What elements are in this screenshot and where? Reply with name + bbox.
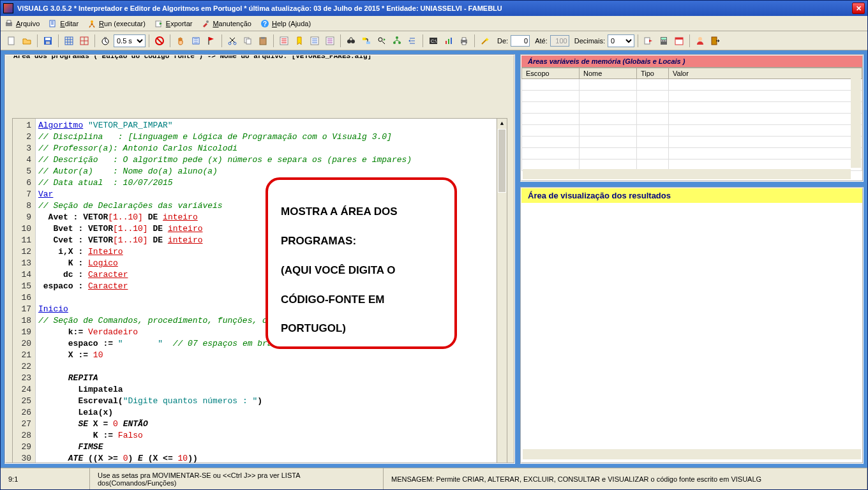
list-red-icon[interactable] [277,34,291,48]
decimais-select[interactable]: 0 [608,34,634,47]
code-editor[interactable]: 1 2 3 4 5 6 7 8 9 10 11 12 13 14 15 16 1… [12,118,507,464]
bookmark-icon[interactable] [292,34,306,48]
print-icon[interactable] [457,34,471,48]
table-row[interactable] [522,148,862,160]
kw-inicio: Inicio [38,304,68,314]
svg-point-32 [396,36,398,39]
tree-icon[interactable] [390,34,404,48]
code-area[interactable]: Algoritmo "VETOR_PAR_IMPAR" // Disciplin… [36,119,507,464]
kw-algoritmo: Algoritmo [38,121,83,130]
svg-rect-39 [451,38,452,44]
grid1-icon[interactable] [62,34,76,48]
vars-vscrollbar[interactable] [851,70,861,168]
cut-icon[interactable] [225,34,239,48]
code-column: Área dos programas ( Edição do código fo… [4,54,515,464]
user-icon[interactable] [693,34,707,48]
stop-icon[interactable] [153,34,167,48]
menu-help[interactable]: ? Help (Ajuda) [260,19,311,28]
table-row[interactable] [522,125,862,137]
calc-icon[interactable] [657,34,671,48]
algo-name: "VETOR_PAR_IMPAR" [88,121,173,130]
timer-select[interactable]: 0.5 s [114,34,146,47]
svg-rect-48 [665,40,666,41]
export-icon [154,19,163,28]
list-blue-icon[interactable] [308,34,322,48]
results-hscrollbar[interactable] [523,449,861,459]
list-purple-icon[interactable] [323,34,337,48]
col-nome[interactable]: Nome [580,68,637,79]
wand-icon[interactable] [478,34,492,48]
comment: // Seção de Declarações das variáveis [38,201,223,211]
replace-icon[interactable] [359,34,373,48]
code-vscrollbar[interactable]: ▲ ▼ [497,119,507,464]
titlebar: VISUALG 3.0.5.2 * Interpretador e Editor… [1,1,867,16]
table-row[interactable] [522,137,862,148]
open-file-icon[interactable] [20,34,34,48]
comment: // Professor(a): Antonio Carlos Nicolodi [38,144,237,153]
status-hint: Use as setas pra MOVIMENTAR-SE ou <<Ctrl… [90,468,384,489]
flag-icon[interactable] [204,34,218,48]
menu-arquivo[interactable]: Arquivo [4,19,40,28]
paste-icon[interactable] [256,34,270,48]
svg-rect-45 [661,38,666,40]
run-icon [87,19,96,28]
code-panel: Área dos programas ( Edição do código fo… [4,54,515,464]
save-file-icon[interactable] [41,34,55,48]
line-gutter: 1 2 3 4 5 6 7 8 9 10 11 12 13 14 15 16 1… [13,119,36,464]
binoculars-icon[interactable] [344,34,358,48]
comment: // Autor(a) : Nome do(a) aluno(a) [38,167,218,176]
ate-input[interactable] [550,35,569,47]
svg-rect-41 [462,38,466,40]
results-body [521,203,862,461]
grid2-icon[interactable] [77,34,91,48]
svg-rect-46 [661,40,662,41]
table-row[interactable] [522,91,862,102]
indent-icon[interactable] [405,34,419,48]
svg-text:?: ? [263,20,267,27]
table-row[interactable] [522,79,862,91]
table-row[interactable] [522,102,862,114]
timer-icon[interactable] [98,34,112,48]
scroll-thumb[interactable] [498,129,506,193]
step-icon[interactable] [189,34,203,48]
svg-rect-38 [448,39,449,44]
app-window: VISUALG 3.0.5.2 * Interpretador e Editor… [0,0,868,490]
decimais-label: Decimais: [574,37,605,45]
chart-icon[interactable] [442,34,456,48]
exit-icon[interactable] [708,34,722,48]
svg-point-5 [206,20,209,23]
menu-run[interactable]: Run (executar) [87,19,146,28]
comment: // Disciplina : [Linguagem e Lógica de P… [38,132,392,142]
svg-rect-15 [104,37,107,38]
vars-hscrollbar[interactable] [523,169,851,179]
col-escopo[interactable]: Escopo [522,68,580,79]
variables-table[interactable]: Escopo Nome Tipo Valor [521,68,862,171]
calendar-icon[interactable] [672,34,686,48]
window-title: VISUALG 3.0.5.2 * Interpretador e Editor… [17,4,852,12]
code-panel-legend: Área dos programas ( Edição do código fo… [11,54,374,62]
svg-rect-21 [246,39,251,44]
svg-rect-42 [462,42,466,45]
svg-point-3 [91,20,93,23]
table-row[interactable] [522,114,862,125]
col-tipo[interactable]: Tipo [637,68,669,79]
scroll-up-icon[interactable]: ▲ [497,119,507,129]
menubar: Arquivo Editar Run (executar) Exportar M… [1,16,867,31]
menu-exportar[interactable]: Exportar [154,19,193,28]
copy-icon[interactable] [241,34,255,48]
de-input[interactable] [511,35,530,47]
help-icon: ? [260,19,269,28]
variables-panel: Áreas variáveis de memória (Globais e Lo… [520,54,864,182]
col-valor[interactable]: Valor [669,68,862,79]
dos-icon[interactable]: C:\ [426,34,440,48]
close-button[interactable]: ✕ [852,3,865,14]
results-header: Área de visualização dos resultados [521,188,862,203]
menu-manutencao[interactable]: Manutenção [201,19,251,28]
find-next-icon[interactable] [375,34,389,48]
hand-icon[interactable] [174,34,188,48]
new-file-icon[interactable] [4,34,19,48]
menu-editar[interactable]: Editar [49,19,79,28]
export2-icon[interactable] [641,34,655,48]
kw-var: Var [38,189,53,199]
svg-text:C:\: C:\ [431,39,437,43]
